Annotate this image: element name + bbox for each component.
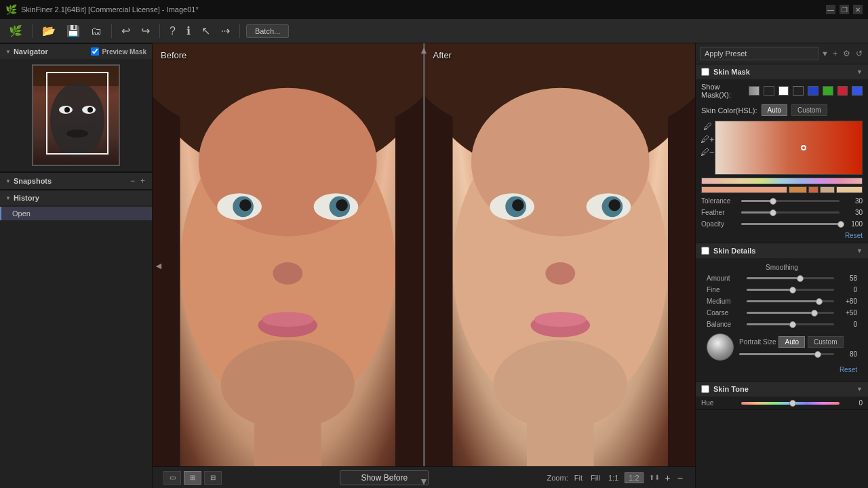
zoom-fit-option[interactable]: Fit: [572, 473, 585, 483]
show-mask-row: Show Mask(X):: [696, 79, 868, 102]
opacity-label: Opacity: [701, 220, 738, 228]
mask-black-box[interactable]: [764, 86, 774, 96]
show-mask-label: Show Mask(X):: [701, 83, 745, 99]
opacity-thumb[interactable]: [837, 221, 844, 228]
info-button[interactable]: ℹ: [183, 22, 194, 39]
portrait-circle: [707, 333, 734, 361]
skin-color-custom-tab[interactable]: Custom: [791, 104, 827, 116]
portrait-custom-tab[interactable]: Custom: [808, 336, 843, 348]
batch-button[interactable]: Batch...: [246, 24, 289, 38]
fine-track[interactable]: [747, 289, 834, 291]
hue-strip[interactable]: [701, 178, 863, 184]
view-split-button[interactable]: ⊞: [184, 471, 201, 485]
snapshots-plus-button[interactable]: +: [139, 176, 146, 186]
balance-track[interactable]: [747, 323, 834, 325]
feather-track[interactable]: [741, 211, 840, 214]
preset-settings-button[interactable]: ⚙: [842, 47, 852, 60]
close-button[interactable]: ✕: [853, 5, 863, 14]
apply-preset-button[interactable]: Apply Preset: [700, 47, 818, 60]
eyedropper-subtract-button[interactable]: 🖊−: [700, 146, 715, 158]
medium-track[interactable]: [747, 300, 834, 302]
portrait-size-row: Portrait Size Auto Custom 80: [701, 330, 863, 364]
open-button[interactable]: 📂: [39, 22, 59, 39]
skin-tone-checkbox[interactable]: [701, 385, 709, 393]
mask-red-box[interactable]: [837, 86, 848, 96]
hue-thumb[interactable]: [789, 400, 796, 407]
opacity-fill: [741, 223, 840, 225]
amount-row: Amount 58: [701, 272, 863, 284]
fine-fill: [747, 289, 791, 291]
undo-button[interactable]: ↩: [118, 22, 134, 39]
history-header[interactable]: ▼ History: [0, 190, 152, 205]
skin-tone-header[interactable]: Skin Tone ▼: [696, 382, 868, 396]
skin-details-checkbox[interactable]: [701, 247, 709, 255]
fine-row: Fine 0: [701, 284, 863, 296]
coarse-thumb[interactable]: [811, 310, 818, 317]
snapshots-title: Snapshots: [14, 177, 52, 185]
color-picker-area[interactable]: [715, 121, 863, 175]
minimize-button[interactable]: —: [826, 5, 835, 14]
skin-mask-checkbox[interactable]: [701, 68, 709, 76]
opacity-track[interactable]: [741, 223, 840, 225]
mask-green-box[interactable]: [823, 86, 833, 96]
help-button[interactable]: ?: [166, 23, 179, 39]
amount-track[interactable]: [747, 277, 834, 279]
mask-blue-box[interactable]: [808, 86, 818, 96]
snapshots-header[interactable]: ▼ Snapshots − +: [0, 172, 152, 189]
fine-thumb[interactable]: [789, 287, 796, 293]
zoom-1-1-option[interactable]: 1:1: [606, 473, 620, 483]
portrait-size-track[interactable]: [739, 353, 834, 355]
save-button[interactable]: 💾: [63, 22, 83, 39]
skin-mask-reset-button[interactable]: Reset: [845, 232, 863, 239]
eyedropper-add-button[interactable]: 🖊+: [700, 134, 715, 145]
skin-color-auto-tab[interactable]: Auto: [762, 104, 788, 116]
coarse-track[interactable]: [747, 312, 834, 314]
mask-dark-box[interactable]: [793, 86, 804, 96]
snapshots-minus-button[interactable]: −: [129, 176, 136, 186]
portrait-size-thumb[interactable]: [814, 351, 821, 358]
skin-details-reset-button[interactable]: Reset: [840, 366, 857, 373]
redo-button[interactable]: ↪: [138, 22, 153, 39]
hue-gradient-track[interactable]: [741, 402, 840, 405]
maximize-button[interactable]: ❐: [840, 5, 849, 14]
preview-mask-checkbox[interactable]: [91, 47, 99, 56]
navigator-header[interactable]: ▼ Navigator Preview Mask: [0, 43, 152, 59]
before-panel: Before: [153, 43, 423, 466]
coarse-row: Coarse +50: [701, 307, 863, 319]
history-item-open[interactable]: Open: [0, 207, 152, 220]
medium-thumb[interactable]: [816, 298, 823, 305]
snapshots-collapse-icon: ▼: [5, 178, 11, 184]
save-as-button[interactable]: 🗂: [87, 23, 105, 39]
view-compare-button[interactable]: ⊟: [204, 471, 222, 485]
export-button[interactable]: ⇢: [218, 22, 233, 39]
zoom-minus-button[interactable]: −: [676, 472, 684, 483]
mask-color-icon[interactable]: [749, 86, 760, 96]
feather-thumb[interactable]: [770, 209, 776, 216]
preset-refresh-button[interactable]: ↺: [854, 47, 864, 60]
eyedropper-button[interactable]: 🖊: [700, 121, 715, 132]
preset-add-button[interactable]: +: [831, 47, 839, 60]
mask-white-box[interactable]: [778, 86, 789, 96]
tolerance-track[interactable]: [741, 200, 840, 202]
zoom-1-2-option[interactable]: 1:2: [625, 472, 643, 483]
logo-button[interactable]: 🌿: [5, 22, 26, 39]
portrait-size-header: Portrait Size Auto Custom: [739, 336, 857, 348]
tolerance-thumb[interactable]: [770, 198, 776, 205]
eyedropper-tools: 🖊 🖊+ 🖊−: [700, 121, 715, 158]
zoom-fill-option[interactable]: Fill: [589, 473, 602, 483]
toolbar-separator-3: [159, 24, 160, 38]
mask-bright-blue-box[interactable]: [852, 86, 863, 96]
balance-thumb[interactable]: [789, 321, 796, 328]
view-single-button[interactable]: ▭: [163, 471, 181, 485]
navigator-section: ▼ Navigator Preview Mask: [0, 43, 152, 172]
portrait-auto-tab[interactable]: Auto: [778, 336, 805, 348]
skin-mask-header[interactable]: Skin Mask ▼: [696, 64, 868, 79]
titlebar-controls[interactable]: — ❐ ✕: [826, 5, 863, 14]
show-before-button[interactable]: Show Before: [340, 470, 429, 485]
balance-value: 0: [837, 321, 857, 328]
zoom-plus-button[interactable]: +: [664, 472, 672, 483]
smoothing-label: Smoothing: [701, 262, 863, 272]
skin-details-header[interactable]: Skin Details ▼: [696, 243, 868, 258]
settings-button[interactable]: ↖: [198, 22, 214, 39]
amount-thumb[interactable]: [797, 275, 804, 282]
